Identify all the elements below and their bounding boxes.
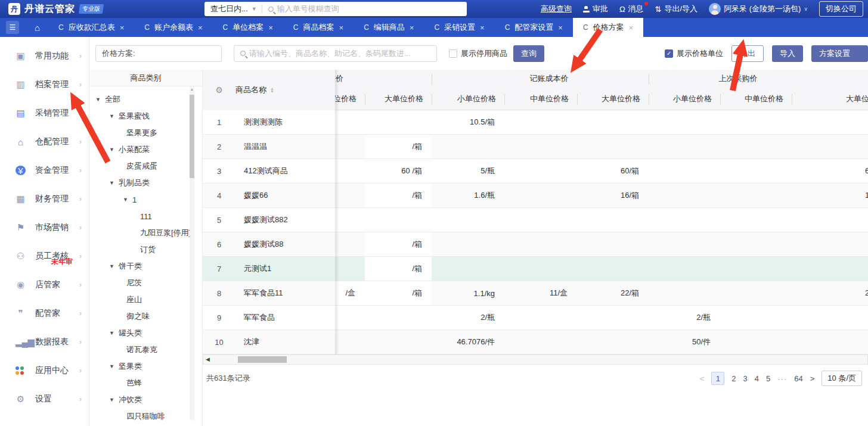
scroll-left-icon[interactable]: ◀ [206, 356, 210, 362]
table-row[interactable]: 10沈津46.7076/件50/件 [203, 330, 868, 355]
refresh-icon[interactable]: C [223, 23, 228, 32]
order-search-input[interactable]: 输入单号模糊查询 [277, 4, 339, 14]
price-cell-jj_big[interactable]: /箱 [365, 135, 432, 158]
switch-company-button[interactable]: 切换公司 [819, 1, 863, 17]
price-cell-jj_big[interactable]: /箱 [365, 232, 432, 256]
tab-编辑商品[interactable]: C编辑商品× [354, 18, 424, 37]
sidebar-item-配管家[interactable]: ❞配管家› [0, 299, 89, 328]
page-1[interactable]: 1 [711, 372, 724, 385]
refresh-icon[interactable]: C [583, 23, 588, 32]
horizontal-scrollbar[interactable]: ◀ [203, 355, 868, 365]
page-64[interactable]: 64 [794, 374, 802, 383]
price-cell-jj_mid[interactable]: /盒 [335, 281, 365, 305]
caret-down-icon[interactable]: ▼ [109, 363, 115, 369]
table-row[interactable]: 1测测测测陈10.5/箱 [203, 110, 868, 135]
caret-down-icon[interactable]: ▼ [109, 147, 115, 153]
caret-down-icon[interactable]: ▼ [109, 113, 115, 119]
close-icon[interactable]: × [120, 23, 125, 32]
caret-down-icon[interactable]: ▼ [109, 263, 115, 269]
sidebar-item-财务管理[interactable]: ▦财务管理› [0, 185, 89, 213]
tree-node-诺瓦泰克[interactable]: 诺瓦泰克 [89, 341, 202, 358]
tab-账户余额表[interactable]: C账户余额表× [134, 18, 212, 37]
refresh-icon[interactable]: C [58, 23, 64, 32]
caret-down-icon[interactable]: ▼ [109, 397, 115, 403]
tree-node-御之味[interactable]: 御之味 [89, 308, 202, 325]
table-row[interactable]: 9军军食品2/瓶2/瓶 [203, 306, 868, 330]
close-icon[interactable]: × [268, 23, 273, 32]
approval-link[interactable]: 审批 [583, 4, 608, 14]
close-icon[interactable]: × [339, 23, 344, 32]
caret-down-icon[interactable]: ▼ [95, 97, 101, 102]
tree-node-坚果蜜饯[interactable]: ▼坚果蜜饯 [89, 108, 202, 125]
refresh-icon[interactable]: C [505, 23, 510, 32]
sort-icon[interactable]: ▲▼ [270, 87, 274, 93]
plan-settings-button[interactable]: 方案设置 [811, 45, 868, 62]
gear-icon[interactable]: ⚙ [203, 85, 235, 95]
tree-node-皮蛋咸蛋[interactable]: 皮蛋咸蛋 [89, 158, 202, 175]
price-cell-jj_big[interactable]: /箱 [365, 257, 432, 281]
price-plan-select[interactable]: 价格方案: [95, 45, 222, 62]
sidebar-collapse-icon[interactable]: ☰ [6, 21, 19, 34]
table-row[interactable]: 3412测试商品60 /箱5/瓶60/箱60/箱 [203, 159, 868, 184]
caret-down-icon[interactable]: ▼ [123, 197, 129, 203]
tree-node-罐头类[interactable]: ▼罐头类 [89, 325, 202, 341]
user-menu[interactable]: 阿呆呆 (金陵第一汤包) ∨ [709, 3, 808, 15]
show-disabled-checkbox[interactable] [449, 49, 457, 58]
close-icon[interactable]: × [480, 23, 485, 32]
prev-page-icon[interactable]: < [700, 374, 705, 383]
tree-node-乳制品类[interactable]: ▼乳制品类 [89, 175, 202, 191]
caret-down-icon[interactable]: ▼ [109, 180, 115, 186]
horizontal-scrollbar-thumb[interactable] [238, 356, 287, 363]
sidebar-item-应用中心[interactable]: 应用中心› [0, 356, 89, 385]
tree-node-座山[interactable]: 座山 [89, 291, 202, 308]
tree-node-尼茨[interactable]: 尼茨 [89, 275, 202, 291]
sidebar-item-数据报表[interactable]: ▂▄▆数据报表› [0, 328, 89, 356]
name-column-header[interactable]: 商品名称 [235, 85, 266, 95]
table-row[interactable]: 4媛媛66/箱1.6/瓶16/箱16/箱 [203, 184, 868, 208]
page-3[interactable]: 3 [743, 374, 748, 383]
import-export-link[interactable]: ⇅ 导出/导入 [655, 4, 698, 14]
price-cell-jj_big[interactable]: /箱 [365, 184, 432, 207]
caret-down-icon[interactable]: ▼ [109, 330, 115, 336]
refresh-icon[interactable]: C [364, 23, 369, 32]
export-button[interactable]: 导出 [731, 45, 764, 62]
tree-node-饼干类[interactable]: ▼饼干类 [89, 258, 202, 275]
sidebar-item-员工考核[interactable]: ⚇员工考核› [0, 242, 89, 270]
tree-node-111[interactable]: 111 [89, 208, 202, 225]
tree-scrollbar[interactable]: ▲ [190, 86, 194, 420]
close-icon[interactable]: × [558, 23, 563, 32]
tree-node-芭蜂[interactable]: 芭蜂 [89, 375, 202, 391]
page-5[interactable]: 5 [766, 374, 770, 383]
tree-node-1[interactable]: ▼1 [89, 191, 202, 208]
price-cell-jj_big[interactable]: /箱 [365, 281, 432, 305]
sidebar-item-常用功能[interactable]: ▣常用功能› [0, 42, 89, 70]
close-icon[interactable]: × [629, 23, 634, 32]
tree-scrollbar-thumb[interactable] [190, 95, 194, 178]
next-page-icon[interactable]: > [810, 374, 815, 383]
tab-价格方案[interactable]: C价格方案× [573, 18, 643, 37]
show-price-unit-checkbox[interactable] [665, 49, 673, 58]
query-button[interactable]: 查询 [513, 45, 544, 62]
sidebar-item-市场营销[interactable]: ⚑市场营销› [0, 213, 89, 242]
refresh-icon[interactable]: C [144, 23, 150, 32]
home-icon[interactable]: ⌂ [35, 23, 40, 33]
sidebar-item-店管家[interactable]: ◉店管家› [0, 270, 89, 299]
sidebar-item-仓配管理[interactable]: ⌂仓配管理› [0, 128, 89, 156]
tree-node-坚果类[interactable]: ▼坚果类 [89, 358, 202, 375]
sidebar-item-设置[interactable]: ⚙设置› [0, 385, 89, 413]
close-icon[interactable]: × [410, 23, 414, 32]
tree-node-全部[interactable]: ▼全部 [89, 91, 202, 108]
tab-单位档案[interactable]: C单位档案× [213, 18, 283, 37]
table-row[interactable]: 2温温温/箱 [203, 135, 868, 159]
sidebar-item-资金管理[interactable]: ¥资金管理› [0, 156, 89, 185]
search-scope-select[interactable]: 查七日内... ▼ [204, 4, 262, 14]
table-row[interactable]: 7元测试1/箱 [203, 257, 868, 281]
page-4[interactable]: 4 [755, 374, 759, 383]
table-row[interactable]: 8军军食品11/盒/箱1.1/kg11/盒22/箱22/箱 [203, 281, 868, 306]
tab-配管家设置[interactable]: C配管家设置× [495, 18, 573, 37]
tab-应收款汇总表[interactable]: C应收款汇总表× [48, 18, 134, 37]
table-row[interactable]: 6媛媛测试88/箱 [203, 232, 868, 257]
tree-node-坚果更多[interactable]: 坚果更多 [89, 125, 202, 141]
tree-node-小菜配菜[interactable]: ▼小菜配菜 [89, 141, 202, 158]
advanced-query-link[interactable]: 高级查询 [541, 4, 572, 14]
